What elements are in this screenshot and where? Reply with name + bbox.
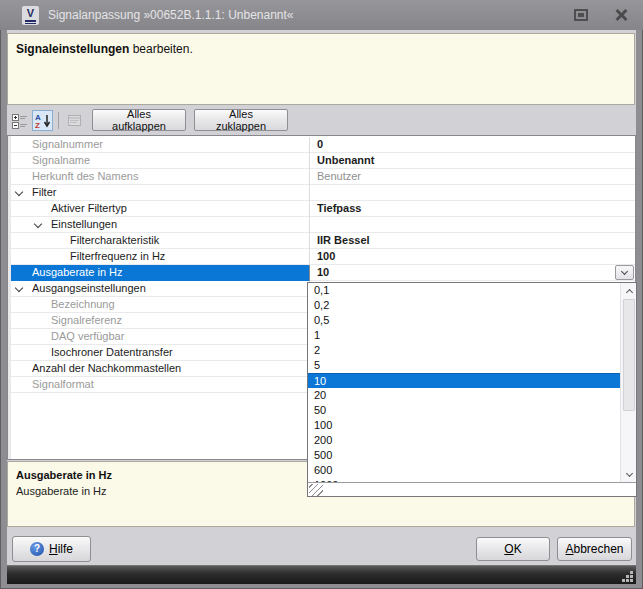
dropdown-resize-grip[interactable] — [309, 484, 323, 496]
property-value[interactable] — [309, 217, 635, 233]
property-label: Filter — [11, 185, 309, 201]
header-rest-text: bearbeiten. — [129, 42, 192, 56]
dropdown-item[interactable]: 0,2 — [308, 298, 620, 313]
maximize-button[interactable] — [574, 9, 588, 21]
help-icon: ? — [30, 542, 44, 556]
property-label: Einstellungen — [11, 217, 309, 233]
app-icon: V — [22, 6, 39, 25]
scrollbar-thumb[interactable] — [623, 299, 635, 411]
property-row[interactable]: Filterfrequenz in Hz100 — [11, 249, 635, 265]
property-value[interactable]: 0 — [309, 137, 635, 153]
property-value[interactable]: 100 — [309, 249, 635, 265]
property-label: Herkunft des Namens — [11, 169, 309, 185]
property-row[interactable]: Ausgaberate in Hz10 — [11, 265, 635, 281]
property-row[interactable]: Herkunft des NamensBenutzer — [11, 169, 635, 185]
help-button[interactable]: ? Hilfe — [12, 536, 91, 562]
property-label: Signalnummer — [11, 137, 309, 153]
dropdown-item[interactable]: 0,1 — [308, 283, 620, 298]
cancel-button[interactable]: Abbrechen — [557, 537, 632, 561]
dropdown-popup: 0,10,20,51251020501002005006001000 — [307, 282, 637, 497]
property-label: Isochroner Datentransfer — [11, 345, 309, 361]
close-button[interactable] — [613, 7, 629, 23]
dropdown-item[interactable]: 5 — [308, 358, 620, 373]
property-value[interactable] — [309, 185, 635, 201]
window-resize-grip[interactable] — [621, 570, 633, 582]
dropdown-item[interactable]: 50 — [308, 403, 620, 418]
property-row[interactable]: Aktiver FiltertypTiefpass — [11, 201, 635, 217]
scroll-down-icon[interactable] — [621, 467, 637, 482]
dropdown-item[interactable]: 20 — [308, 388, 620, 403]
dropdown-scrollbar[interactable] — [620, 283, 636, 482]
property-row[interactable]: Filter — [11, 185, 635, 201]
toolbar-separator — [58, 112, 59, 129]
property-row[interactable]: FiltercharakteristikIIR Bessel — [11, 233, 635, 249]
property-label: Anzahl der Nachkommastellen — [11, 361, 309, 377]
dropdown-list: 0,10,20,51251020501002005006001000 — [308, 283, 620, 482]
window-title: Signalanpassung »00652B.1.1.1: Unbenannt… — [48, 8, 294, 22]
property-value[interactable]: 10 — [309, 265, 635, 281]
property-label: Bezeichnung — [11, 297, 309, 313]
categorized-view-icon[interactable] — [9, 110, 30, 131]
dropdown-item[interactable]: 1 — [308, 328, 620, 343]
property-label: DAQ verfügbar — [11, 329, 309, 345]
dropdown-item[interactable]: 500 — [308, 448, 620, 463]
expand-all-button[interactable]: Alles aufklappen — [92, 109, 186, 131]
ok-label: OK — [504, 542, 521, 556]
dropdown-item[interactable]: 0,5 — [308, 313, 620, 328]
cancel-label: Abbrechen — [565, 542, 623, 556]
dropdown-resize-strip — [308, 482, 636, 496]
property-row[interactable]: SignalnameUnbenannt — [11, 153, 635, 169]
scroll-up-icon[interactable] — [621, 283, 637, 298]
property-label: Filterfrequenz in Hz — [11, 249, 309, 265]
dialog-window: V Signalanpassung »00652B.1.1.1: Unbenan… — [0, 0, 643, 589]
property-row[interactable]: Signalnummer0 — [11, 137, 635, 153]
header-bold-text: Signaleinstellungen — [16, 42, 129, 56]
dropdown-item[interactable]: 200 — [308, 433, 620, 448]
dropdown-item[interactable]: 2 — [308, 343, 620, 358]
property-label: Signalreferenz — [11, 313, 309, 329]
property-label: Signalformat — [11, 377, 309, 393]
toolbar: A Z Alles aufklappen Alles zuklappen — [7, 109, 635, 133]
dropdown-item[interactable]: 10 — [308, 373, 620, 388]
property-value[interactable]: Tiefpass — [309, 201, 635, 217]
property-label: Signalname — [11, 153, 309, 169]
property-value[interactable]: IIR Bessel — [309, 233, 635, 249]
svg-text:Z: Z — [35, 121, 40, 129]
property-label: Ausgangseinstellungen — [11, 281, 309, 297]
combo-dropdown-button[interactable] — [615, 265, 634, 280]
property-value[interactable]: Unbenannt — [309, 153, 635, 169]
property-label: Ausgaberate in Hz — [11, 265, 309, 281]
property-row[interactable]: Einstellungen — [11, 217, 635, 233]
dropdown-item[interactable]: 600 — [308, 463, 620, 478]
title-bar: V Signalanpassung »00652B.1.1.1: Unbenan… — [0, 0, 643, 30]
property-value[interactable]: Benutzer — [309, 169, 635, 185]
header-panel: Signaleinstellungen bearbeiten. — [7, 33, 635, 105]
help-label: Hilfe — [49, 542, 73, 556]
property-pages-icon — [64, 110, 85, 131]
sort-alphabetical-icon[interactable]: A Z — [32, 110, 53, 131]
ok-button[interactable]: OK — [476, 537, 550, 561]
property-label: Filtercharakteristik — [11, 233, 309, 249]
collapse-all-button[interactable]: Alles zuklappen — [194, 109, 288, 131]
app-icon-letter: V — [27, 8, 34, 19]
property-label: Aktiver Filtertyp — [11, 201, 309, 217]
dropdown-item[interactable]: 100 — [308, 418, 620, 433]
status-bar — [7, 565, 636, 584]
